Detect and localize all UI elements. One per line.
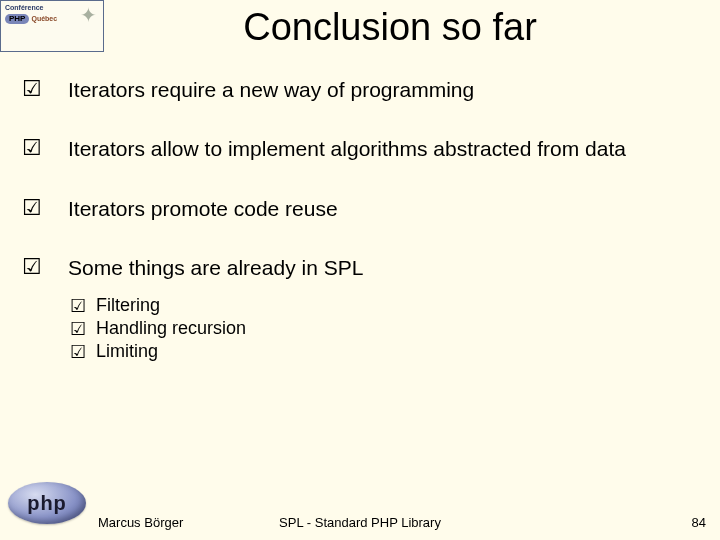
checkbox-icon: ☑ <box>22 254 44 278</box>
bullet-text: Some things are already in SPL <box>68 256 363 279</box>
sub-bullet: ☑ Handling recursion <box>70 318 363 339</box>
sub-bullet: ☑ Limiting <box>70 341 363 362</box>
sub-bullet-text: Filtering <box>96 295 160 316</box>
bullet-point: ☑ Some things are already in SPL ☑ Filte… <box>22 254 700 364</box>
php-logo-text: php <box>27 492 67 515</box>
sub-bullet-text: Limiting <box>96 341 158 362</box>
checkbox-icon: ☑ <box>22 135 44 159</box>
bullet-text: Iterators allow to implement algorithms … <box>68 135 626 162</box>
sub-bullet: ☑ Filtering <box>70 295 363 316</box>
bullet-text: Iterators require a new way of programmi… <box>68 76 474 103</box>
footer-author: Marcus Börger <box>98 515 183 530</box>
bullet-point: ☑ Iterators allow to implement algorithm… <box>22 135 700 162</box>
slide-title: Conclusion so far <box>0 6 720 49</box>
php-logo-icon: php <box>8 482 86 524</box>
checkbox-icon: ☑ <box>70 320 86 338</box>
bullet-point: ☑ Iterators promote code reuse <box>22 195 700 222</box>
checkbox-icon: ☑ <box>70 297 86 315</box>
footer-title: SPL - Standard PHP Library <box>279 515 441 530</box>
sub-bullet-text: Handling recursion <box>96 318 246 339</box>
footer-page-number: 84 <box>692 515 706 530</box>
slide-body: ☑ Iterators require a new way of program… <box>22 76 700 480</box>
bullet-point: ☑ Iterators require a new way of program… <box>22 76 700 103</box>
sub-list: ☑ Filtering ☑ Handling recursion ☑ Limit… <box>70 295 363 362</box>
checkbox-icon: ☑ <box>22 76 44 100</box>
checkbox-icon: ☑ <box>22 195 44 219</box>
bullet-text: Iterators promote code reuse <box>68 195 338 222</box>
checkbox-icon: ☑ <box>70 343 86 361</box>
